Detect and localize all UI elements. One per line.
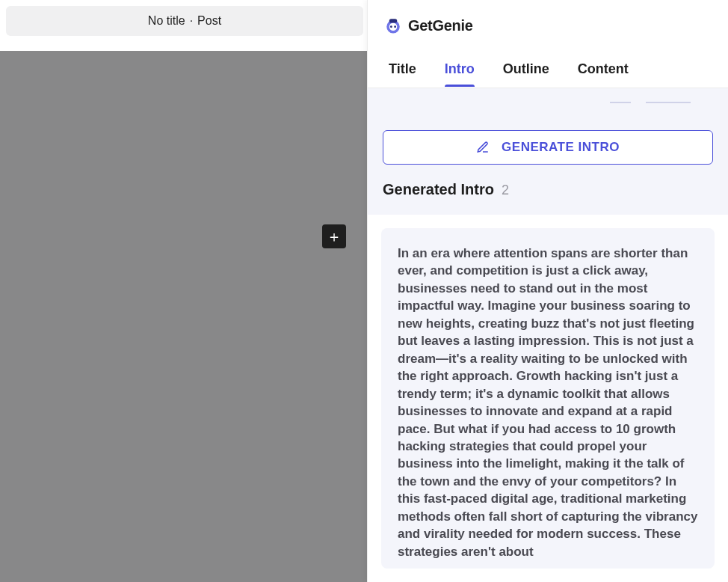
intro-result-card[interactable]: In an era where attention spans are shor… [381,228,715,569]
add-block-button[interactable]: ＋ [322,224,346,248]
svg-rect-2 [389,19,398,22]
slider-track-segment [610,102,631,103]
generate-intro-label: GENERATE INTRO [502,140,620,155]
tab-outline[interactable]: Outline [503,52,549,86]
tab-content[interactable]: Content [578,52,629,86]
title-separator: · [190,14,193,28]
brand-name: GetGenie [408,17,473,34]
plus-icon: ＋ [327,227,342,247]
wizard-tabs: Title Intro Outline Content [368,51,728,88]
doc-title-text: No title [148,14,185,28]
document-title-pill[interactable]: No title · Post [6,6,363,36]
tab-intro[interactable]: Intro [445,52,475,86]
section-count: 2 [502,183,509,198]
generated-intro-heading: Generated Intro 2 [368,181,728,215]
tab-title[interactable]: Title [389,52,416,86]
intro-result-text: In an era where attention spans are shor… [398,246,697,559]
getgenie-sidebar: GetGenie Title Intro Outline Content GEN… [367,0,728,582]
sidebar-header: GetGenie [368,0,728,51]
results-area: In an era where attention spans are shor… [368,215,728,582]
editor-canvas[interactable]: ＋ [0,42,367,582]
panel-body: GENERATE INTRO Generated Intro 2 In an e… [368,88,728,582]
pencil-icon [476,141,490,154]
section-title: Generated Intro [383,181,494,198]
svg-point-3 [390,25,392,28]
brand-logo: GetGenie [383,15,473,36]
genie-icon [383,15,404,36]
slider-track-segment [646,102,691,103]
generate-intro-button[interactable]: GENERATE INTRO [383,130,713,165]
main-area: ＋ GetGenie Title Intro Outline Content [0,42,728,582]
creativity-slider[interactable] [383,88,713,118]
svg-point-4 [394,25,396,28]
doc-type-text: Post [197,14,221,28]
